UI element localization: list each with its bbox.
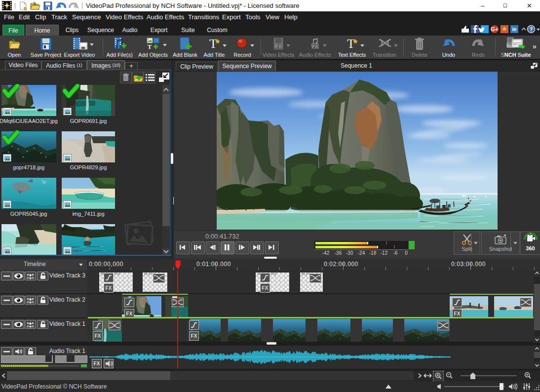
svg-text:in: in xyxy=(512,27,517,32)
svg-text:T: T xyxy=(209,37,217,51)
svg-text:?: ? xyxy=(530,26,533,32)
svg-text:FX: FX xyxy=(312,44,318,49)
svg-text:FX: FX xyxy=(276,43,282,48)
svg-text:G+: G+ xyxy=(491,26,499,32)
svg-text:T: T xyxy=(347,37,355,51)
svg-text:T: T xyxy=(148,43,152,50)
